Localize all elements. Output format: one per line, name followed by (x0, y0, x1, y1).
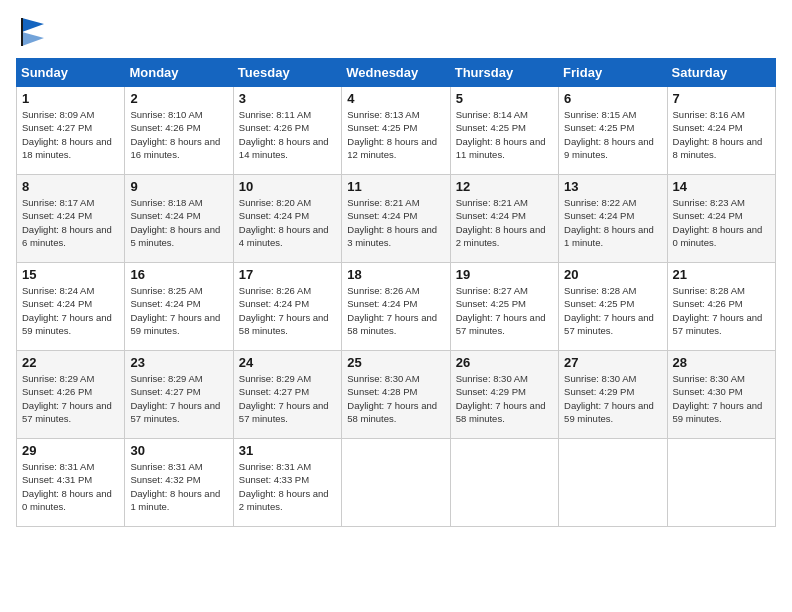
day-number: 5 (456, 91, 553, 106)
calendar-cell: 8 Sunrise: 8:17 AMSunset: 4:24 PMDayligh… (17, 175, 125, 263)
day-detail: Sunrise: 8:14 AMSunset: 4:25 PMDaylight:… (456, 109, 546, 160)
logo-flag-icon (20, 16, 46, 48)
day-number: 4 (347, 91, 444, 106)
day-detail: Sunrise: 8:24 AMSunset: 4:24 PMDaylight:… (22, 285, 112, 336)
day-number: 13 (564, 179, 661, 194)
day-detail: Sunrise: 8:28 AMSunset: 4:26 PMDaylight:… (673, 285, 763, 336)
day-number: 2 (130, 91, 227, 106)
calendar-cell: 21 Sunrise: 8:28 AMSunset: 4:26 PMDaylig… (667, 263, 775, 351)
calendar-cell: 15 Sunrise: 8:24 AMSunset: 4:24 PMDaylig… (17, 263, 125, 351)
calendar-cell (342, 439, 450, 527)
day-number: 19 (456, 267, 553, 282)
calendar-week-1: 1 Sunrise: 8:09 AMSunset: 4:27 PMDayligh… (17, 87, 776, 175)
calendar-cell (559, 439, 667, 527)
day-number: 9 (130, 179, 227, 194)
day-detail: Sunrise: 8:16 AMSunset: 4:24 PMDaylight:… (673, 109, 763, 160)
day-detail: Sunrise: 8:21 AMSunset: 4:24 PMDaylight:… (456, 197, 546, 248)
calendar-cell: 22 Sunrise: 8:29 AMSunset: 4:26 PMDaylig… (17, 351, 125, 439)
day-number: 10 (239, 179, 336, 194)
calendar-cell: 12 Sunrise: 8:21 AMSunset: 4:24 PMDaylig… (450, 175, 558, 263)
calendar-cell: 19 Sunrise: 8:27 AMSunset: 4:25 PMDaylig… (450, 263, 558, 351)
day-number: 8 (22, 179, 119, 194)
calendar-table: SundayMondayTuesdayWednesdayThursdayFrid… (16, 58, 776, 527)
day-detail: Sunrise: 8:30 AMSunset: 4:30 PMDaylight:… (673, 373, 763, 424)
day-number: 30 (130, 443, 227, 458)
calendar-cell: 14 Sunrise: 8:23 AMSunset: 4:24 PMDaylig… (667, 175, 775, 263)
calendar-cell (450, 439, 558, 527)
day-detail: Sunrise: 8:28 AMSunset: 4:25 PMDaylight:… (564, 285, 654, 336)
day-detail: Sunrise: 8:09 AMSunset: 4:27 PMDaylight:… (22, 109, 112, 160)
calendar-cell: 23 Sunrise: 8:29 AMSunset: 4:27 PMDaylig… (125, 351, 233, 439)
day-number: 31 (239, 443, 336, 458)
day-number: 15 (22, 267, 119, 282)
day-number: 23 (130, 355, 227, 370)
calendar-cell (667, 439, 775, 527)
day-detail: Sunrise: 8:27 AMSunset: 4:25 PMDaylight:… (456, 285, 546, 336)
day-detail: Sunrise: 8:29 AMSunset: 4:27 PMDaylight:… (130, 373, 220, 424)
day-number: 22 (22, 355, 119, 370)
calendar-cell: 20 Sunrise: 8:28 AMSunset: 4:25 PMDaylig… (559, 263, 667, 351)
day-number: 24 (239, 355, 336, 370)
day-number: 1 (22, 91, 119, 106)
day-number: 7 (673, 91, 770, 106)
day-detail: Sunrise: 8:25 AMSunset: 4:24 PMDaylight:… (130, 285, 220, 336)
day-number: 14 (673, 179, 770, 194)
calendar-cell: 31 Sunrise: 8:31 AMSunset: 4:33 PMDaylig… (233, 439, 341, 527)
day-detail: Sunrise: 8:31 AMSunset: 4:33 PMDaylight:… (239, 461, 329, 512)
calendar-cell: 7 Sunrise: 8:16 AMSunset: 4:24 PMDayligh… (667, 87, 775, 175)
day-detail: Sunrise: 8:26 AMSunset: 4:24 PMDaylight:… (239, 285, 329, 336)
calendar-cell: 11 Sunrise: 8:21 AMSunset: 4:24 PMDaylig… (342, 175, 450, 263)
weekday-header-sunday: Sunday (17, 59, 125, 87)
day-detail: Sunrise: 8:10 AMSunset: 4:26 PMDaylight:… (130, 109, 220, 160)
calendar-cell: 17 Sunrise: 8:26 AMSunset: 4:24 PMDaylig… (233, 263, 341, 351)
day-number: 6 (564, 91, 661, 106)
weekday-header-wednesday: Wednesday (342, 59, 450, 87)
day-detail: Sunrise: 8:23 AMSunset: 4:24 PMDaylight:… (673, 197, 763, 248)
day-detail: Sunrise: 8:18 AMSunset: 4:24 PMDaylight:… (130, 197, 220, 248)
day-number: 12 (456, 179, 553, 194)
day-detail: Sunrise: 8:31 AMSunset: 4:32 PMDaylight:… (130, 461, 220, 512)
day-number: 21 (673, 267, 770, 282)
calendar-cell: 3 Sunrise: 8:11 AMSunset: 4:26 PMDayligh… (233, 87, 341, 175)
calendar-cell: 26 Sunrise: 8:30 AMSunset: 4:29 PMDaylig… (450, 351, 558, 439)
day-detail: Sunrise: 8:21 AMSunset: 4:24 PMDaylight:… (347, 197, 437, 248)
weekday-header-saturday: Saturday (667, 59, 775, 87)
calendar-cell: 30 Sunrise: 8:31 AMSunset: 4:32 PMDaylig… (125, 439, 233, 527)
weekday-header-monday: Monday (125, 59, 233, 87)
weekday-header-thursday: Thursday (450, 59, 558, 87)
svg-marker-1 (22, 32, 44, 46)
day-number: 18 (347, 267, 444, 282)
calendar-cell: 4 Sunrise: 8:13 AMSunset: 4:25 PMDayligh… (342, 87, 450, 175)
weekday-header-tuesday: Tuesday (233, 59, 341, 87)
calendar-cell: 13 Sunrise: 8:22 AMSunset: 4:24 PMDaylig… (559, 175, 667, 263)
day-detail: Sunrise: 8:30 AMSunset: 4:28 PMDaylight:… (347, 373, 437, 424)
calendar-cell: 10 Sunrise: 8:20 AMSunset: 4:24 PMDaylig… (233, 175, 341, 263)
calendar-week-3: 15 Sunrise: 8:24 AMSunset: 4:24 PMDaylig… (17, 263, 776, 351)
day-detail: Sunrise: 8:30 AMSunset: 4:29 PMDaylight:… (456, 373, 546, 424)
day-detail: Sunrise: 8:17 AMSunset: 4:24 PMDaylight:… (22, 197, 112, 248)
day-detail: Sunrise: 8:31 AMSunset: 4:31 PMDaylight:… (22, 461, 112, 512)
svg-marker-0 (22, 18, 44, 32)
day-detail: Sunrise: 8:20 AMSunset: 4:24 PMDaylight:… (239, 197, 329, 248)
day-number: 20 (564, 267, 661, 282)
day-detail: Sunrise: 8:13 AMSunset: 4:25 PMDaylight:… (347, 109, 437, 160)
calendar-cell: 16 Sunrise: 8:25 AMSunset: 4:24 PMDaylig… (125, 263, 233, 351)
calendar-cell: 18 Sunrise: 8:26 AMSunset: 4:24 PMDaylig… (342, 263, 450, 351)
calendar-cell: 25 Sunrise: 8:30 AMSunset: 4:28 PMDaylig… (342, 351, 450, 439)
day-detail: Sunrise: 8:15 AMSunset: 4:25 PMDaylight:… (564, 109, 654, 160)
day-detail: Sunrise: 8:29 AMSunset: 4:27 PMDaylight:… (239, 373, 329, 424)
day-detail: Sunrise: 8:22 AMSunset: 4:24 PMDaylight:… (564, 197, 654, 248)
calendar-cell: 2 Sunrise: 8:10 AMSunset: 4:26 PMDayligh… (125, 87, 233, 175)
day-number: 11 (347, 179, 444, 194)
day-number: 25 (347, 355, 444, 370)
day-detail: Sunrise: 8:30 AMSunset: 4:29 PMDaylight:… (564, 373, 654, 424)
day-detail: Sunrise: 8:26 AMSunset: 4:24 PMDaylight:… (347, 285, 437, 336)
day-number: 3 (239, 91, 336, 106)
calendar-cell: 24 Sunrise: 8:29 AMSunset: 4:27 PMDaylig… (233, 351, 341, 439)
calendar-week-2: 8 Sunrise: 8:17 AMSunset: 4:24 PMDayligh… (17, 175, 776, 263)
day-number: 26 (456, 355, 553, 370)
calendar-cell: 1 Sunrise: 8:09 AMSunset: 4:27 PMDayligh… (17, 87, 125, 175)
day-detail: Sunrise: 8:11 AMSunset: 4:26 PMDaylight:… (239, 109, 329, 160)
day-number: 16 (130, 267, 227, 282)
calendar-cell: 6 Sunrise: 8:15 AMSunset: 4:25 PMDayligh… (559, 87, 667, 175)
